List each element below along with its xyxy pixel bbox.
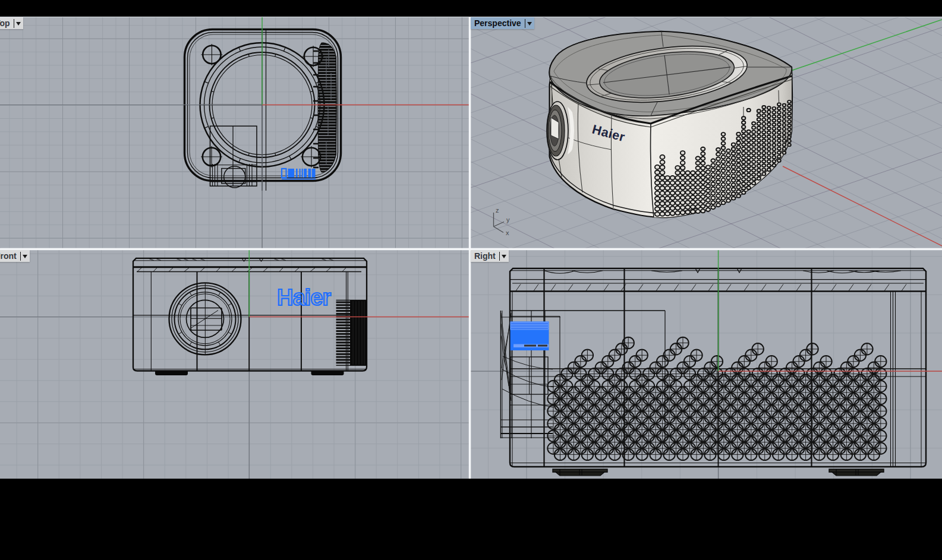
svg-text:x: x <box>506 229 509 236</box>
svg-text:y: y <box>506 216 510 223</box>
svg-text:Haier: Haier <box>277 285 331 310</box>
svg-text:z: z <box>496 207 499 214</box>
